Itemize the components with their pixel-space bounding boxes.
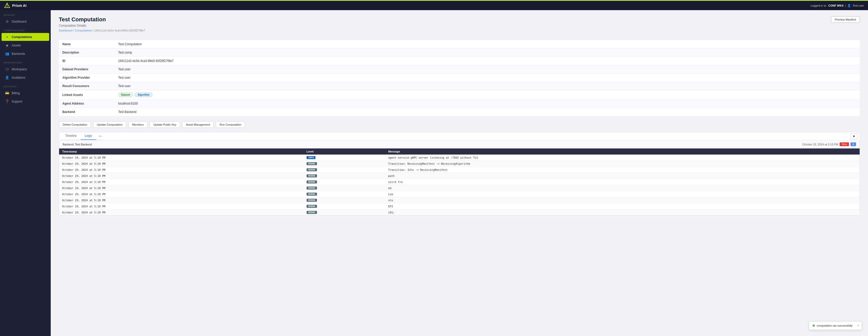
toast-success-dot: [813, 325, 815, 327]
sidebar-item-backends[interactable]: 👥 Backends: [2, 50, 49, 58]
sidebar-item-label: Billing: [12, 91, 20, 95]
detail-value-tags: Dataset Algorithm: [115, 90, 860, 100]
detail-value: 184111d1-bc5e-4ca3-89e5-92f29f27f8e7: [115, 57, 860, 65]
log-table-header-row: Timestamp Level Message: [59, 148, 860, 155]
detail-value: Test user: [115, 74, 860, 82]
preview-manifest-button[interactable]: Preview Manifest: [831, 16, 860, 23]
log-timestamp: October 29, 2024 at 5:18 PM: [59, 161, 304, 167]
col-timestamp: Timestamp: [59, 148, 304, 155]
stop-button[interactable]: Stop: [840, 142, 849, 146]
sidebar-item-label: Support: [12, 100, 22, 103]
main-content: Test Computation Computation Details Das…: [51, 10, 868, 336]
log-row: October 29, 2024 at 5:18 PM DEBUG Transi…: [59, 167, 860, 173]
sidebar-item-billing[interactable]: 💳 Billing: [2, 89, 49, 97]
detail-value: Test Computation: [115, 40, 860, 49]
breadcrumb-computations[interactable]: Computations: [75, 29, 92, 32]
log-level: DEBUG: [304, 209, 385, 216]
table-row: Linked Assets Dataset Algorithm: [59, 90, 860, 100]
sidebar-item-computations[interactable]: ▪ Computations: [2, 33, 49, 41]
account-section-label: ACCOUNT: [0, 82, 51, 89]
navbar: Prism AI Logged-in to: CONF WKS | 👤 Test…: [0, 0, 868, 10]
sidebar-item-label: Invitations: [12, 76, 25, 79]
header-row: Test Computation Computation Details Das…: [59, 16, 860, 36]
col-level: Level: [304, 148, 385, 155]
table-row: Backend Test Backend: [59, 108, 860, 116]
sidebar-item-invitations[interactable]: 👤 Invitations: [2, 74, 49, 81]
log-level: DEBUG: [304, 167, 385, 173]
workspaces-section-label: WORKSPACES: [0, 58, 51, 65]
toast-message: computation ran successfully: [817, 324, 852, 327]
log-table: Timestamp Level Message October 29, 2024…: [59, 148, 860, 216]
filter-button[interactable]: ▼: [850, 134, 858, 139]
manage-section-label: MANAGE: [0, 10, 51, 17]
asset-management-button[interactable]: Asset Management: [182, 121, 214, 128]
algorithm-tag: Algorithm: [135, 93, 152, 97]
computations-section-label: COMPUTATIONS: [0, 26, 51, 33]
table-row: Agent Address localhost:6100: [59, 100, 860, 108]
detail-label: Name: [59, 40, 115, 49]
sidebar-item-assets[interactable]: ◈ Assets: [2, 41, 49, 49]
update-public-key-button[interactable]: Update Public Key: [150, 121, 180, 128]
log-timestamp: October 29, 2024 at 5:18 PM: [59, 155, 304, 161]
logged-in-label: Logged-in to:: [810, 4, 827, 7]
detail-label: Linked Assets: [59, 90, 115, 100]
breadcrumb-id: 184111d1-bc5e-4ca3-89e5-92f29f27f8e7: [94, 29, 145, 32]
log-level: DEBUG: [304, 185, 385, 191]
logs-backend-label: Backend: Test Backend: [63, 143, 92, 146]
billing-icon: 💳: [5, 91, 9, 95]
detail-value: Test user: [115, 65, 860, 74]
log-timestamp: October 29, 2024 at 5:18 PM: [59, 173, 304, 179]
conf-wks-label: CONF WKS: [829, 4, 844, 7]
log-message: nitrd fro: [385, 179, 860, 185]
table-row: Result Consumers Test user: [59, 82, 860, 90]
run-computation-button[interactable]: Run Computation: [216, 121, 245, 128]
log-timestamp: October 29, 2024 at 5:18 PM: [59, 185, 304, 191]
detail-value: Test user: [115, 82, 860, 90]
tabs-row: Timeline Logs ← ▼: [59, 132, 860, 140]
detail-label: Dataset Providers: [59, 65, 115, 74]
log-row: October 29, 2024 at 5:18 PM DEBUG [01;: [59, 209, 860, 216]
log-message: Transition: ReceivingManifest -> Receivi…: [385, 161, 860, 167]
tab-logs[interactable]: Logs: [81, 132, 96, 140]
sidebar-item-label: Dashboard: [12, 20, 27, 23]
toast-notification: computation ran successfully ×: [809, 321, 862, 330]
table-row: Name Test Computation: [59, 40, 860, 49]
invitations-icon: 👤: [5, 76, 9, 79]
detail-label: Agent Address: [59, 100, 115, 108]
log-message: ed: [385, 185, 860, 191]
log-row: October 29, 2024 at 5:18 PM DEBUG path: [59, 173, 860, 179]
brand: Prism AI: [4, 3, 26, 9]
log-timestamp: October 29, 2024 at 5:18 PM: [59, 179, 304, 185]
log-message: stu: [385, 197, 860, 203]
prism-logo: [4, 3, 10, 9]
sidebar-item-label: Assets: [12, 44, 21, 47]
pause-button[interactable]: ⏸: [850, 142, 856, 146]
delete-computation-button[interactable]: Delete Computation: [59, 121, 91, 128]
breadcrumb-dashboard[interactable]: Dashboard: [59, 29, 72, 32]
sidebar-item-workspace[interactable]: ⬡ Workspace: [2, 65, 49, 73]
table-row: Dataset Providers Test user: [59, 65, 860, 74]
dataset-tag: Dataset: [118, 93, 133, 97]
col-message: Message: [385, 148, 860, 155]
log-timestamp: October 29, 2024 at 5:18 PM: [59, 191, 304, 197]
log-row: October 29, 2024 at 5:18 PM DEBUG ed: [59, 185, 860, 191]
app-body: MANAGE ⊙ Dashboard COMPUTATIONS ▪ Comput…: [0, 10, 868, 336]
update-computation-button[interactable]: Update Computation: [93, 121, 126, 128]
sidebar-item-support[interactable]: ❓ Support: [2, 97, 49, 105]
log-level: DEBUG: [304, 161, 385, 167]
toast-close-button[interactable]: ×: [857, 324, 859, 327]
log-level: DEBUG: [304, 179, 385, 185]
sidebar-item-label: Computations: [12, 35, 32, 39]
log-message: Transition: Idle -> ReceivingManifest: [385, 167, 860, 173]
sidebar-item-dashboard[interactable]: ⊙ Dashboard: [2, 18, 49, 25]
log-row: October 29, 2024 at 5:18 PM DEBUG Loa: [59, 191, 860, 197]
log-timestamp: October 29, 2024 at 5:18 PM: [59, 203, 304, 209]
members-button[interactable]: Members: [128, 121, 148, 128]
breadcrumb: Dashboard / Computations / 184111d1-bc5e…: [59, 29, 145, 32]
support-icon: ❓: [5, 100, 9, 103]
action-buttons: Delete Computation Update Computation Me…: [59, 121, 860, 128]
details-table: Name Test Computation Description Test c…: [59, 40, 860, 116]
tab-timeline[interactable]: Timeline: [61, 132, 81, 140]
brand-name: Prism AI: [12, 4, 26, 8]
logs-timestamp: October 29, 2024 at 5:18 PM: [802, 143, 838, 146]
